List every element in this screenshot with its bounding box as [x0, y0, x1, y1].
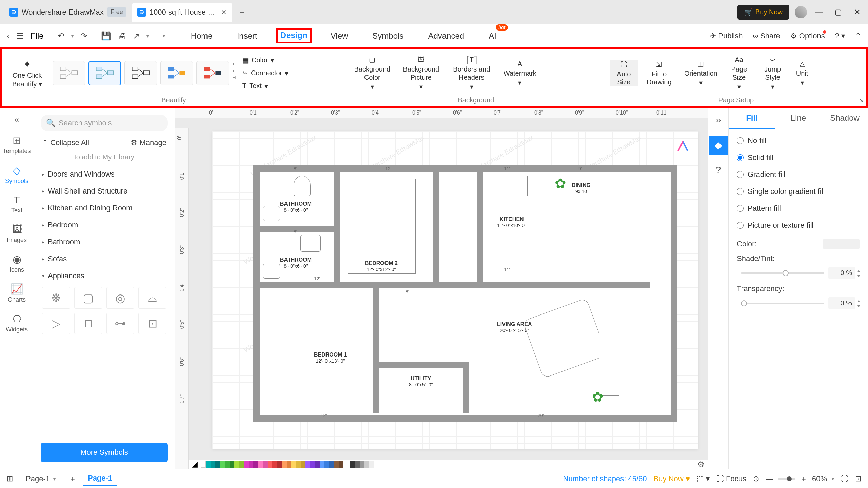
bed-2[interactable]	[348, 179, 416, 274]
tab-design[interactable]: Design	[276, 28, 312, 43]
color[interactable]	[310, 461, 315, 468]
color[interactable]	[268, 461, 272, 468]
tab-ai[interactable]: AI hot	[483, 28, 502, 43]
collapse-all-button[interactable]: ⌃ Collapse All	[42, 138, 89, 147]
plant-2[interactable]: ✿	[592, 389, 604, 405]
bed-1[interactable]	[267, 325, 307, 399]
back-icon[interactable]: ‹	[7, 31, 9, 41]
layers-icon[interactable]: ⬚ ▾	[697, 474, 710, 483]
watermark-button[interactable]: AWatermark▾	[499, 60, 540, 87]
color[interactable]	[263, 461, 268, 468]
sidebar-templates[interactable]: ⊞Templates	[3, 135, 31, 155]
more-symbols-button[interactable]: More Symbols	[41, 443, 168, 462]
symbol-search[interactable]: 🔍 Search symbols	[41, 115, 168, 131]
symbol-appliance-7[interactable]: ⊶	[106, 313, 135, 334]
unit-button[interactable]: △Unit▾	[792, 60, 812, 87]
symbol-appliance-4[interactable]: ⌓	[138, 287, 166, 309]
page-tab-1[interactable]: Page-1	[83, 472, 117, 486]
options-button[interactable]: ⚙Options	[790, 32, 825, 40]
fill-nofill[interactable]: No fill	[737, 136, 860, 145]
help-button[interactable]: ? ▾	[835, 32, 845, 40]
tab-shadow[interactable]: Shadow	[822, 108, 868, 129]
color-light[interactable]	[364, 461, 369, 468]
page-size-button[interactable]: AaPage Size▾	[725, 56, 753, 91]
color[interactable]	[324, 461, 329, 468]
background-picture-button[interactable]: 🖼Background Picture▾	[398, 56, 444, 91]
color[interactable]	[305, 461, 310, 468]
tab-insert[interactable]: Insert	[232, 28, 263, 43]
color[interactable]	[220, 461, 225, 468]
symbol-appliance-8[interactable]: ⊡	[138, 313, 166, 334]
fill-pattern[interactable]: Pattern fill	[737, 204, 860, 213]
color[interactable]	[272, 461, 277, 468]
cat-bathroom[interactable]: ▸Bathroom	[42, 233, 166, 250]
expand-right-icon[interactable]: »	[716, 115, 721, 125]
app-tab[interactable]: ∋ Wondershare EdrawMax Free	[4, 3, 132, 22]
fit-to-drawing-button[interactable]: ⇲Fit to Drawing	[642, 60, 677, 86]
beautify-style-3[interactable]	[124, 61, 157, 85]
color-dark[interactable]	[350, 461, 355, 468]
color[interactable]	[249, 461, 253, 468]
transparency-value[interactable]: 0 %	[828, 297, 855, 309]
undo-icon[interactable]: ↶	[58, 31, 64, 41]
toilet-1[interactable]	[294, 176, 311, 196]
fill-picture[interactable]: Picture or texture fill	[737, 221, 860, 230]
buy-now-button[interactable]: 🛒 Buy Now	[737, 5, 789, 20]
color[interactable]	[296, 461, 301, 468]
focus-button[interactable]: ⛶ Focus	[716, 474, 746, 483]
beautify-style-2[interactable]	[88, 61, 121, 85]
sink-3[interactable]	[300, 235, 321, 252]
color-settings-icon[interactable]: ⚙	[697, 460, 705, 469]
add-tab-icon[interactable]: ＋	[238, 6, 246, 18]
beautify-style-5[interactable]	[196, 61, 229, 85]
symbol-appliance-6[interactable]: ⊓	[74, 313, 102, 334]
color-gray[interactable]	[355, 461, 360, 468]
color[interactable]	[253, 461, 258, 468]
orientation-button[interactable]: ◫Orientation▾	[680, 60, 722, 87]
eyedropper-icon[interactable]: ◢	[192, 460, 198, 469]
fit-page-icon[interactable]: ⛶	[841, 474, 848, 483]
zoom-value[interactable]: 60%	[812, 474, 827, 483]
redo-icon[interactable]: ↷	[80, 31, 87, 41]
cat-doors[interactable]: ▸Doors and Windows	[42, 166, 166, 183]
wall[interactable]	[260, 282, 436, 288]
shade-slider[interactable]	[741, 272, 824, 274]
symbol-appliance-5[interactable]: ▷	[42, 313, 70, 334]
minimize-icon[interactable]: —	[812, 8, 826, 17]
fill-single-gradient[interactable]: Single color gradient fill	[737, 187, 860, 196]
tab-symbols[interactable]: Symbols	[367, 28, 409, 43]
beautify-scroll-down-icon[interactable]: ▾	[232, 68, 236, 73]
connector-dropdown[interactable]: ⤷Connector ▾	[240, 68, 291, 79]
maximize-icon[interactable]: ▢	[831, 8, 845, 17]
plant-1[interactable]: ✿	[555, 176, 566, 191]
color[interactable]	[215, 461, 220, 468]
pages-panel-icon[interactable]: ⊞	[7, 474, 13, 483]
wall[interactable]	[433, 172, 439, 287]
color[interactable]	[211, 461, 215, 468]
color-white[interactable]	[201, 461, 206, 468]
cat-bedroom[interactable]: ▸Bedroom	[42, 217, 166, 233]
background-color-button[interactable]: ▢Background Color▾	[350, 56, 395, 91]
zoom-out-icon[interactable]: —	[766, 474, 773, 483]
cat-appliances[interactable]: ▾Appliances	[42, 267, 166, 284]
page-setup-launcher-icon[interactable]: ⤡	[859, 97, 863, 103]
symbol-appliance-1[interactable]: ❋	[42, 287, 70, 309]
more-dropdown-icon[interactable]: ▾	[163, 33, 165, 39]
wall[interactable]	[477, 172, 483, 287]
stove[interactable]	[484, 176, 528, 196]
play-icon[interactable]: ⊙	[753, 474, 759, 483]
add-page-button[interactable]: ＋	[69, 474, 76, 484]
symbol-appliance-3[interactable]: ◎	[106, 287, 135, 309]
buy-now-link[interactable]: Buy Now ♥	[654, 474, 690, 483]
ai-logo-icon[interactable]	[675, 138, 691, 155]
color[interactable]	[258, 461, 263, 468]
jump-style-button[interactable]: ⤻Jump Style▾	[757, 56, 789, 91]
share-button[interactable]: ∞Share	[753, 32, 780, 40]
menu-icon[interactable]: ☰	[16, 31, 24, 41]
color[interactable]	[334, 461, 339, 468]
manage-button[interactable]: ⚙ Manage	[131, 138, 166, 147]
undo-dropdown-icon[interactable]: ▾	[71, 33, 74, 39]
color[interactable]	[244, 461, 249, 468]
fill-gradient[interactable]: Gradient fill	[737, 170, 860, 179]
tab-home[interactable]: Home	[185, 28, 218, 43]
